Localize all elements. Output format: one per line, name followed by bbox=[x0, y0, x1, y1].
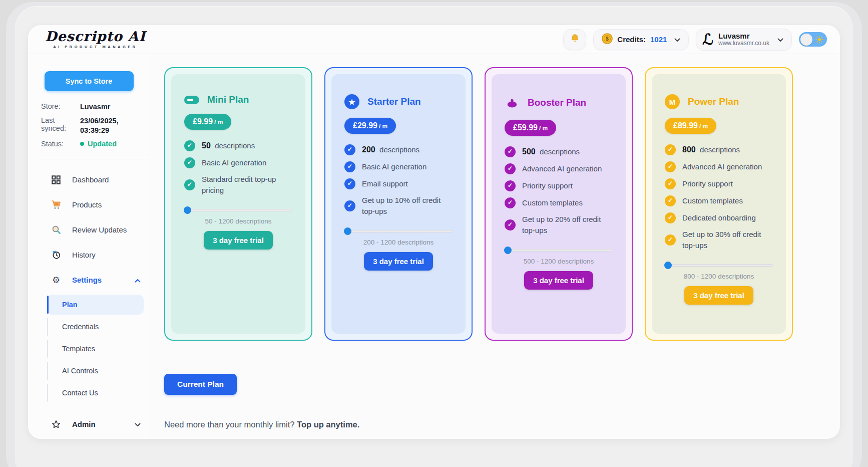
sidebar-item-dashboard[interactable]: Dashboard bbox=[28, 167, 150, 192]
settings-subnav: Plan Credentials Templates AI Controls C… bbox=[28, 295, 150, 403]
check-icon: ✓ bbox=[665, 212, 676, 223]
plan-card-starter: ★ Starter Plan £29.99/ m ✓200 descriptio… bbox=[324, 67, 473, 341]
plan-header: M Power Plan bbox=[665, 94, 773, 109]
toggle-pill-icon bbox=[184, 96, 199, 104]
theme-toggle[interactable] bbox=[799, 32, 827, 47]
plan-title: Starter Plan bbox=[367, 96, 421, 107]
crown-icon: M bbox=[665, 94, 680, 109]
status-text: Updated bbox=[88, 140, 117, 148]
plan-header: Booster Plan bbox=[505, 94, 613, 111]
price-period: / m bbox=[214, 119, 223, 126]
sidebar-item-label: Dashboard bbox=[72, 175, 109, 184]
check-icon: ✓ bbox=[344, 161, 355, 172]
sidebar-item-label: History bbox=[72, 251, 96, 259]
feature-list: ✓200 descriptions✓Basic AI generation✓Em… bbox=[344, 139, 453, 222]
feature-item: ✓Get up to 30% off credit top-ups bbox=[665, 229, 773, 251]
plan-card-inner: Mini Plan £9.99/ m ✓50 descriptions✓Basi… bbox=[171, 74, 305, 334]
free-trial-button[interactable]: 3 day free trial bbox=[684, 286, 753, 305]
free-trial-button[interactable]: 3 day free trial bbox=[524, 271, 593, 290]
store-info: Store: Luvasmr Last synced: 23/06/2025, … bbox=[41, 102, 143, 148]
app-window: Descripto AI AI PRODUCT MANAGER $ Credit… bbox=[28, 25, 840, 439]
check-icon: ✓ bbox=[505, 180, 516, 191]
sidebar-item-contact-us[interactable]: Contact Us bbox=[47, 383, 144, 403]
feature-list: ✓500 descriptions✓Advanced AI generation… bbox=[505, 141, 613, 241]
plan-card-power: M Power Plan £89.99/ m ✓800 descriptions… bbox=[645, 67, 793, 341]
last-synced-label: Last synced: bbox=[41, 116, 80, 135]
plan-card-inner: Booster Plan £59.99/ m ✓500 descriptions… bbox=[492, 74, 626, 334]
feature-text: Advanced AI generation bbox=[682, 161, 762, 172]
status-badge: Updated bbox=[80, 140, 143, 148]
account-url: www.luvasmr.co.uk bbox=[718, 40, 769, 47]
check-icon: ✓ bbox=[665, 161, 676, 172]
sidebar-item-credentials[interactable]: Credentials bbox=[47, 317, 144, 337]
feature-text: 500 descriptions bbox=[522, 146, 580, 157]
credits-value: 1021 bbox=[650, 35, 667, 44]
plan-header: ★ Starter Plan bbox=[344, 94, 453, 109]
chevron-down-icon bbox=[135, 420, 141, 428]
plan-card-inner: ★ Starter Plan £29.99/ m ✓200 descriptio… bbox=[331, 74, 466, 334]
feature-item: ✓500 descriptions bbox=[505, 146, 613, 158]
sidebar-item-admin[interactable]: Admin bbox=[28, 412, 150, 437]
top-up-anytime-link[interactable]: Top up anytime. bbox=[297, 420, 359, 429]
subnav-label: Contact Us bbox=[62, 389, 98, 397]
slider-range-label: 200 - 1200 descriptions bbox=[344, 239, 453, 246]
slider-range-label: 500 - 1200 descriptions bbox=[505, 258, 613, 265]
sidebar-divider bbox=[35, 159, 150, 159]
feature-text: Basic AI generation bbox=[362, 161, 426, 172]
account-dropdown[interactable]: ℒ Luvasmr www.luvasmr.co.uk bbox=[696, 29, 792, 51]
descriptions-slider[interactable] bbox=[184, 209, 292, 211]
check-icon: ✓ bbox=[665, 235, 676, 246]
sidebar-item-templates[interactable]: Templates bbox=[47, 339, 144, 359]
sidebar-item-history[interactable]: History bbox=[28, 243, 150, 268]
price-amount: £89.99 bbox=[673, 121, 698, 130]
check-icon: ✓ bbox=[505, 163, 516, 174]
descriptions-slider[interactable] bbox=[344, 230, 453, 232]
feature-item: ✓Email support bbox=[344, 178, 453, 190]
sidebar-item-ai-controls[interactable]: AI Controls bbox=[47, 361, 144, 381]
free-trial-button[interactable]: 3 day free trial bbox=[204, 231, 273, 250]
history-clock-icon bbox=[51, 250, 61, 260]
check-icon: ✓ bbox=[184, 140, 195, 151]
feature-item: ✓Priority support bbox=[505, 180, 613, 192]
sidebar-item-review-updates[interactable]: Review Updates bbox=[28, 217, 150, 243]
sidebar-item-settings[interactable]: ⚙ Settings bbox=[28, 268, 150, 293]
slider-thumb[interactable] bbox=[344, 227, 351, 235]
sidebar-item-label: Products bbox=[72, 200, 102, 209]
price-amount: £29.99 bbox=[353, 121, 377, 130]
top-header: Descripto AI AI PRODUCT MANAGER $ Credit… bbox=[28, 25, 840, 54]
star-icon: ★ bbox=[344, 94, 359, 109]
sidebar-item-products[interactable]: Products bbox=[28, 192, 150, 217]
feature-text: Custom templates bbox=[522, 197, 583, 208]
logo-subtitle: AI PRODUCT MANAGER bbox=[53, 45, 138, 49]
plan-title: Booster Plan bbox=[528, 97, 586, 108]
notifications-button[interactable] bbox=[563, 29, 586, 50]
feature-text: Get up to 30% off credit top-ups bbox=[682, 229, 773, 251]
slider-thumb[interactable] bbox=[184, 206, 191, 214]
main-content: Mini Plan £9.99/ m ✓50 descriptions✓Basi… bbox=[150, 54, 840, 439]
free-trial-button[interactable]: 3 day free trial bbox=[364, 252, 433, 271]
gear-icon: ⚙ bbox=[51, 276, 61, 285]
feature-list: ✓800 descriptions✓Advanced AI generation… bbox=[665, 139, 773, 256]
feature-item: ✓Basic AI generation bbox=[184, 157, 292, 169]
star-outline-icon bbox=[51, 420, 61, 429]
slider-range-label: 800 - 1200 descriptions bbox=[665, 273, 773, 280]
top-up-note: Need more than your monthly limit? Top u… bbox=[164, 420, 840, 429]
header-actions: $ Credits: 1021 ℒ Luvasmr www.luvasmr.co… bbox=[563, 29, 827, 51]
feature-item: ✓Basic AI generation bbox=[344, 161, 453, 173]
toggle-knob[interactable] bbox=[800, 34, 812, 46]
sync-to-store-button[interactable]: Sync to Store bbox=[45, 71, 134, 91]
slider-thumb[interactable] bbox=[664, 262, 672, 269]
svg-text:$: $ bbox=[606, 36, 609, 41]
descriptions-slider[interactable] bbox=[665, 264, 773, 267]
current-plan-button[interactable]: Current Plan bbox=[164, 374, 237, 395]
dashboard-grid-icon bbox=[51, 175, 61, 184]
feature-item: ✓Dedicated onboarding bbox=[665, 212, 773, 224]
check-icon: ✓ bbox=[665, 178, 676, 189]
price-badge: £9.99/ m bbox=[184, 114, 231, 130]
feature-item: ✓Custom templates bbox=[665, 195, 773, 207]
slider-thumb[interactable] bbox=[504, 247, 512, 254]
sun-icon bbox=[815, 36, 823, 46]
descriptions-slider[interactable] bbox=[505, 249, 613, 252]
sidebar-item-plan[interactable]: Plan bbox=[47, 295, 144, 315]
credits-dropdown[interactable]: $ Credits: 1021 bbox=[593, 29, 689, 50]
